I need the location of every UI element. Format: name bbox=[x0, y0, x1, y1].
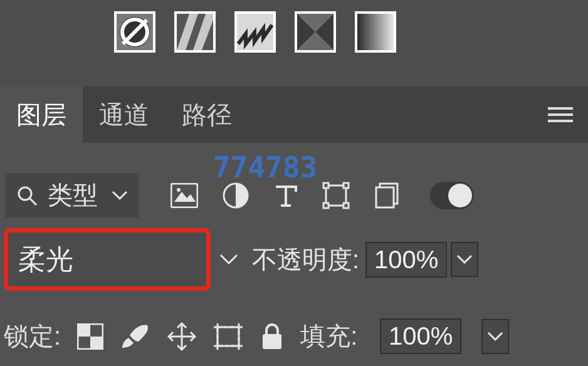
thumb-denied[interactable] bbox=[114, 11, 155, 53]
svg-rect-27 bbox=[344, 203, 349, 208]
svg-rect-13 bbox=[357, 14, 394, 50]
filter-type-text-icon[interactable] bbox=[273, 183, 298, 208]
opacity-chevron-icon[interactable] bbox=[451, 242, 478, 277]
lock-artboard-icon[interactable] bbox=[213, 322, 244, 351]
lock-transparency-icon[interactable] bbox=[77, 323, 103, 350]
blend-mode-chevron-icon[interactable] bbox=[219, 254, 238, 265]
kind-filter-label: 类型 bbox=[48, 178, 98, 212]
filter-type-icons bbox=[171, 181, 474, 210]
filter-pixel-icon[interactable] bbox=[171, 183, 198, 208]
filter-toggle-knob bbox=[448, 184, 472, 207]
lock-all-icon[interactable] bbox=[260, 323, 284, 350]
svg-rect-31 bbox=[90, 337, 103, 349]
thumb-stripes[interactable] bbox=[174, 11, 216, 53]
svg-point-17 bbox=[19, 187, 31, 200]
watermark-text: 774783 bbox=[213, 150, 317, 184]
tab-channels[interactable]: 通道 bbox=[83, 86, 165, 143]
blend-mode-value[interactable]: 柔光 bbox=[18, 241, 73, 278]
svg-rect-28 bbox=[376, 187, 394, 207]
svg-rect-30 bbox=[78, 324, 90, 337]
tab-paths[interactable]: 路径 bbox=[165, 86, 248, 143]
svg-rect-24 bbox=[323, 183, 328, 188]
filter-shape-icon[interactable] bbox=[322, 182, 350, 209]
chevron-down-icon bbox=[112, 191, 128, 201]
thumb-envelope[interactable] bbox=[295, 11, 336, 53]
svg-marker-20 bbox=[174, 192, 196, 202]
panel-tab-strip: 图层 通道 路径 bbox=[0, 86, 588, 143]
svg-rect-26 bbox=[323, 203, 328, 208]
filter-smartobject-icon[interactable] bbox=[374, 181, 400, 210]
svg-line-18 bbox=[30, 199, 36, 205]
thumb-zigzag[interactable] bbox=[234, 11, 276, 53]
lock-label: 锁定: bbox=[4, 319, 61, 353]
opacity-value[interactable]: 100% bbox=[365, 242, 447, 278]
kind-filter-dropdown[interactable]: 类型 bbox=[5, 173, 139, 217]
fill-label: 填充: bbox=[300, 319, 357, 353]
thumb-gradient[interactable] bbox=[355, 11, 396, 53]
top-thumbnail-strip bbox=[114, 11, 396, 53]
svg-point-21 bbox=[177, 188, 181, 192]
opacity-control: 不透明度: 100% bbox=[252, 242, 478, 278]
svg-rect-25 bbox=[344, 183, 349, 188]
lock-brush-icon[interactable] bbox=[120, 323, 151, 350]
filter-toggle[interactable] bbox=[430, 182, 474, 209]
filter-adjustment-icon[interactable] bbox=[222, 182, 249, 209]
panel-menu-icon[interactable] bbox=[548, 106, 573, 123]
fill-value[interactable]: 100% bbox=[380, 318, 461, 354]
lock-position-icon[interactable] bbox=[167, 322, 196, 351]
opacity-label: 不透明度: bbox=[252, 243, 359, 277]
svg-rect-39 bbox=[263, 334, 281, 349]
blend-mode-highlight: 柔光 bbox=[4, 228, 211, 291]
fill-chevron-icon[interactable] bbox=[481, 319, 509, 354]
search-icon bbox=[16, 185, 38, 206]
svg-rect-34 bbox=[218, 327, 239, 346]
blend-row: 柔光 不透明度: 100% bbox=[0, 228, 588, 291]
lock-row: 锁定: 填充: 100% bbox=[4, 318, 584, 354]
tab-layers[interactable]: 图层 bbox=[0, 86, 83, 143]
